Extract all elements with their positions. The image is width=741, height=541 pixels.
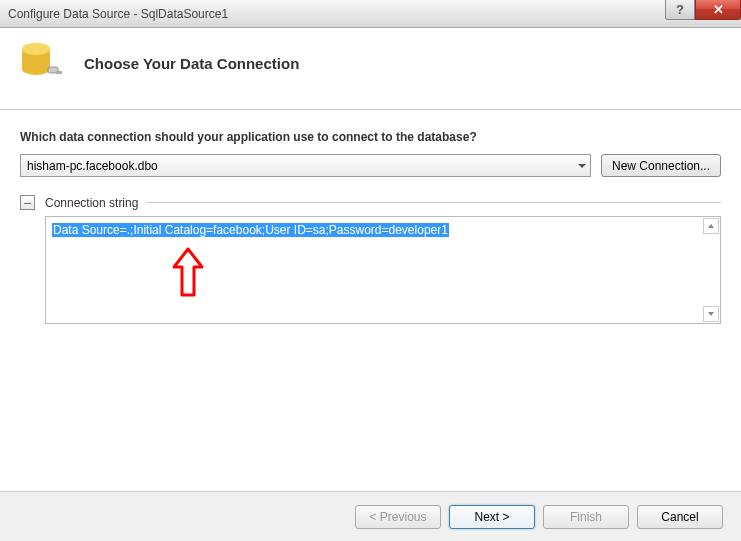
window-title: Configure Data Source - SqlDataSource1 [8, 7, 228, 21]
next-button[interactable]: Next > [449, 505, 535, 529]
connection-string-header: – Connection string [20, 195, 721, 210]
titlebar: Configure Data Source - SqlDataSource1 ?… [0, 0, 741, 28]
connection-dropdown-value: hisham-pc.facebook.dbo [27, 159, 158, 173]
connection-dropdown[interactable]: hisham-pc.facebook.dbo [20, 154, 591, 177]
finish-button[interactable]: Finish [543, 505, 629, 529]
titlebar-buttons: ? ✕ [665, 0, 741, 20]
chevron-down-icon [578, 164, 586, 168]
cancel-button[interactable]: Cancel [637, 505, 723, 529]
collapse-button[interactable]: – [20, 195, 35, 210]
close-button[interactable]: ✕ [695, 0, 741, 20]
page-title: Choose Your Data Connection [84, 55, 299, 72]
previous-button[interactable]: < Previous [355, 505, 441, 529]
new-connection-button[interactable]: New Connection... [601, 154, 721, 177]
content-area: Which data connection should your applic… [0, 110, 741, 334]
scroll-up-button[interactable] [703, 218, 719, 234]
divider [146, 202, 721, 203]
scroll-down-button[interactable] [703, 306, 719, 322]
connection-string-value: Data Source=.;Initial Catalog=facebook;U… [52, 223, 449, 237]
wizard-footer: < Previous Next > Finish Cancel [0, 491, 741, 541]
help-button[interactable]: ? [665, 0, 695, 20]
svg-rect-3 [56, 71, 62, 74]
wizard-header: Choose Your Data Connection [0, 28, 741, 110]
question-label: Which data connection should your applic… [20, 130, 721, 144]
svg-point-1 [22, 43, 50, 55]
connection-string-textarea[interactable]: Data Source=.;Initial Catalog=facebook;U… [45, 216, 721, 324]
connection-row: hisham-pc.facebook.dbo New Connection... [20, 154, 721, 177]
connection-string-label: Connection string [45, 196, 138, 210]
database-icon [20, 41, 64, 85]
